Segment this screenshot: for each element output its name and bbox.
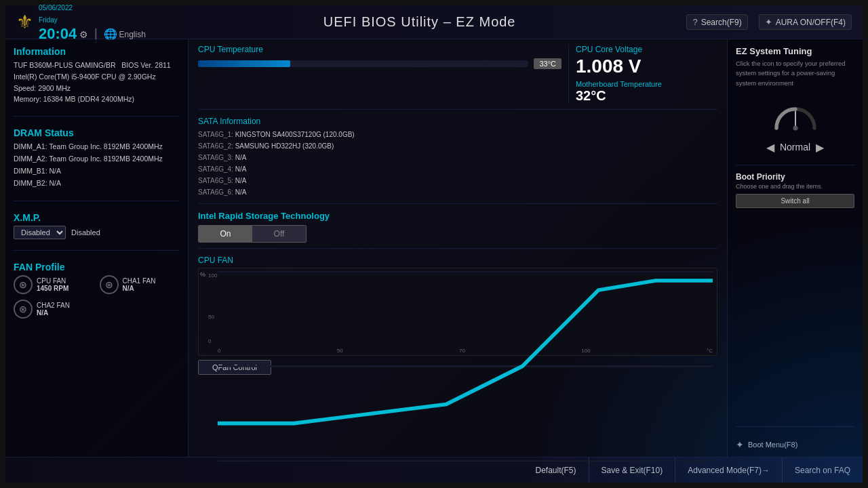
top-metrics: CPU Temperature 33°C CPU Core Voltage 1.… — [198, 45, 717, 110]
voltage-label: CPU Core Voltage — [576, 45, 717, 54]
advanced-mode-label: Advanced Mode(F7)→ — [688, 466, 770, 475]
cpu-temp-label: CPU Temperature — [198, 45, 561, 54]
sata-drive-6: N/A — [235, 188, 247, 196]
xmp-status: Disabled — [71, 228, 100, 237]
xmp-select[interactable]: Disabled Profile1 Profile2 — [14, 226, 66, 239]
sata-section: SATA Information SATA6G_1: KINGSTON SA40… — [198, 117, 717, 204]
fan-chart-container: % 100 50 0 0 50 70 — [198, 268, 717, 356]
search-button[interactable]: ? Search(F9) — [686, 14, 747, 30]
cpu-temp-section: CPU Temperature 33°C — [198, 45, 568, 104]
xmp-row: Disabled Profile1 Profile2 Disabled — [14, 226, 180, 239]
datetime-area: 05/06/2022 Friday 20:04 ⚙ | 🌐 English — [39, 1, 146, 44]
temp-bar-track — [198, 60, 528, 67]
boot-menu-button[interactable]: ✦ Boot Menu(F8) — [736, 434, 854, 450]
dram-title: DRAM Status — [14, 127, 180, 138]
cpu-fan-label: CPU FAN — [37, 277, 68, 285]
irst-toggle[interactable]: On Off — [198, 225, 307, 243]
sata-row-3: SATA6G_3: N/A — [198, 152, 717, 163]
sata-drive-3: N/A — [235, 154, 247, 161]
bios-screen: ⚜ 05/06/2022 Friday 20:04 ⚙ | 🌐 English … — [0, 0, 868, 488]
date-text: 05/06/2022 — [39, 4, 73, 12]
chart-0: 0 — [208, 338, 211, 344]
cpu-voltage-section: CPU Core Voltage 1.008 V Motherboard Tem… — [568, 45, 717, 104]
boot-menu-area: ✦ Boot Menu(F8) — [736, 426, 854, 450]
gauge-next-arrow[interactable]: ▶ — [816, 141, 824, 154]
cha1-fan-icon: ⊛ — [100, 275, 119, 294]
sata-drive-5: N/A — [235, 177, 247, 184]
sata-row-1: SATA6G_1: KINGSTON SA400S37120G (120.0GB… — [198, 129, 717, 140]
sata-port-4: SATA6G_4: — [198, 165, 235, 173]
settings-icon[interactable]: ⚙ — [79, 29, 88, 40]
search-label: Search(F9) — [701, 18, 742, 27]
gauge-mode-label: Normal — [780, 142, 810, 152]
x-label-50: 50 — [337, 348, 343, 354]
gauge-prev-arrow[interactable]: ◀ — [766, 141, 774, 154]
fan-chart-section: CPU FAN % 100 50 0 0 — [198, 256, 717, 451]
aura-label: AURA ON/OFF(F4) — [776, 18, 846, 27]
gauge-svg — [772, 99, 819, 133]
speed-info: Speed: 2900 MHz — [14, 83, 180, 94]
left-panel: Information TUF B360M-PLUS GAMING/BR BIO… — [5, 39, 189, 457]
aura-button[interactable]: ✦ AURA ON/OFF(F4) — [759, 14, 852, 30]
dimm-b1: DIMM_B1: N/A — [14, 165, 180, 178]
boot-menu-label: Boot Menu(F8) — [748, 441, 797, 449]
x-label-70: 70 — [459, 348, 465, 354]
fan-profile-section: FAN Profile ⊛ CPU FAN 1450 RPM ⊛ CHA1 FA… — [14, 262, 180, 319]
cha2-fan-icon: ⊛ — [14, 300, 33, 319]
sata-port-1: SATA6G_1: — [198, 131, 235, 138]
temp-bar-fill — [198, 60, 290, 67]
sata-row-5: SATA6G_5: N/A — [198, 175, 717, 186]
divider-2 — [14, 201, 180, 201]
aura-icon: ✦ — [765, 17, 772, 27]
boot-priority-section: Boot Priority Choose one and drag the it… — [736, 165, 854, 208]
voltage-value: 1.008 V — [576, 56, 717, 77]
day-text: Friday — [39, 16, 58, 24]
cha1-fan-rpm: N/A — [123, 285, 156, 292]
ez-tuning-desc: Click the icon to specify your preferred… — [736, 59, 854, 88]
fan-grid: ⊛ CPU FAN 1450 RPM ⊛ CHA1 FAN N/A — [14, 275, 180, 319]
ez-tuning-title: EZ System Tuning — [736, 46, 854, 56]
language-label[interactable]: English — [119, 30, 146, 39]
title-area: UEFI BIOS Utility – EZ Mode — [153, 14, 687, 30]
boot-priority-desc: Choose one and drag the items. — [736, 183, 854, 190]
sata-drive-4: N/A — [235, 165, 247, 173]
x-label-100: 100 — [581, 348, 590, 354]
mb-temp-label: Motherboard Temperature — [576, 80, 717, 88]
search-faq-button[interactable]: Search on FAQ — [782, 458, 863, 483]
gauge-area[interactable] — [736, 94, 854, 138]
bios-ver-value: BIOS Ver. 2811 — [121, 61, 170, 69]
irst-title: Intel Rapid Storage Technology — [198, 211, 717, 221]
sata-port-2: SATA6G_2: — [198, 142, 235, 150]
chart-y-label: % — [200, 271, 205, 278]
sata-drive-2: SAMSUNG HD322HJ (320.0GB) — [235, 142, 334, 150]
mb-temp-value: 32°C — [576, 88, 717, 104]
motherboard-info: TUF B360M-PLUS GAMING/BR BIOS Ver. 2811 — [14, 60, 180, 71]
default-label: Default(F5) — [535, 466, 576, 475]
irst-section: Intel Rapid Storage Technology On Off — [198, 211, 717, 249]
cha2-fan-item: ⊛ CHA2 FAN N/A — [14, 300, 94, 319]
ez-tuning-section: EZ System Tuning Click the icon to speci… — [736, 46, 854, 157]
chart-x-axis: 0 50 70 100 °C — [218, 348, 713, 354]
date-display: 05/06/2022 Friday — [39, 1, 146, 25]
chart-100: 100 — [208, 272, 217, 279]
fan-chart-title: CPU FAN — [198, 256, 717, 265]
cha1-fan-item: ⊛ CHA1 FAN N/A — [100, 275, 180, 294]
search-icon: ? — [692, 17, 697, 27]
sata-port-6: SATA6G_6: — [198, 188, 235, 196]
cpu-fan-rpm: 1450 RPM — [37, 285, 68, 292]
dram-section: DRAM Status DIMM_A1: Team Group Inc. 819… — [14, 127, 180, 189]
sata-drive-1: KINGSTON SA400S37120G (120.0GB) — [235, 131, 355, 138]
switch-all-button[interactable]: Switch all — [736, 194, 854, 208]
irst-off-option[interactable]: Off — [252, 226, 306, 242]
xmp-title: X.M.P. — [14, 212, 180, 223]
sata-row-4: SATA6G_4: N/A — [198, 163, 717, 175]
search-faq-label: Search on FAQ — [795, 466, 850, 475]
sata-row-2: SATA6G_2: SAMSUNG HD322HJ (320.0GB) — [198, 140, 717, 152]
irst-on-option[interactable]: On — [199, 226, 252, 242]
xmp-section: X.M.P. Disabled Profile1 Profile2 Disabl… — [14, 212, 180, 239]
dimm-a1: DIMM_A1: Team Group Inc. 8192MB 2400MHz — [14, 141, 180, 153]
cpu-fan-icon: ⊛ — [14, 275, 33, 294]
sata-title: SATA Information — [198, 117, 717, 126]
x-label-0: 0 — [218, 348, 220, 354]
cpu-info: Intel(R) Core(TM) i5-9400F CPU @ 2.90GHz — [14, 71, 180, 83]
